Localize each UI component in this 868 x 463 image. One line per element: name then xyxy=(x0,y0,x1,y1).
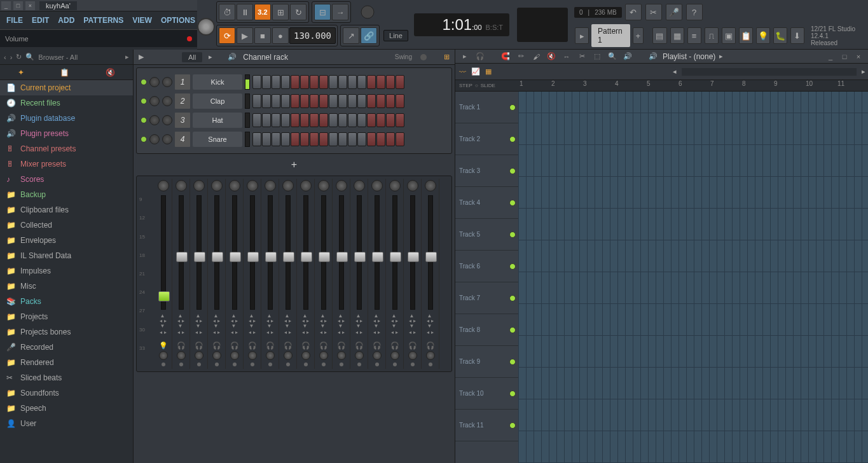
pl-minimize-icon[interactable]: _ xyxy=(825,51,836,62)
solo-icon[interactable]: 🎧 xyxy=(248,342,257,350)
mixer-fader[interactable] xyxy=(375,195,380,310)
link-icon[interactable]: 🔗 xyxy=(361,27,377,44)
minimize-btn[interactable]: _ xyxy=(1,1,11,10)
snap-selector[interactable]: Line xyxy=(383,30,408,41)
step-button[interactable] xyxy=(348,94,357,108)
sidebar-item-clipboard-files[interactable]: 📁Clipboard files xyxy=(0,202,133,218)
step-button[interactable] xyxy=(272,94,280,108)
track-mute[interactable] xyxy=(509,168,516,174)
mixer-fader[interactable] xyxy=(161,195,166,310)
track-header[interactable]: Track 2 xyxy=(455,123,518,155)
mixer-strip[interactable]: ▲◂ ▸▼◂ ▸🎧 xyxy=(261,179,279,369)
mixer-strip[interactable]: ▲◂ ▸▼◂ ▸💡 xyxy=(155,179,172,369)
plugin-icon[interactable]: 📋 xyxy=(739,27,753,44)
track-mute[interactable] xyxy=(509,359,516,365)
track-header[interactable]: Track 8 xyxy=(455,314,518,346)
sidebar-item-projects-bones[interactable]: 📁Projects bones xyxy=(0,324,133,340)
sidebar-item-misc[interactable]: 📁Misc xyxy=(0,279,133,294)
sidebar-item-recorded[interactable]: 🎤Recorded xyxy=(0,340,133,355)
channel-number[interactable]: 4 xyxy=(175,132,190,147)
step-button[interactable] xyxy=(319,75,328,89)
link-dot[interactable] xyxy=(233,363,237,366)
track-mute[interactable] xyxy=(509,104,516,111)
channel-name[interactable]: Hat xyxy=(193,113,242,128)
mixer-knob[interactable] xyxy=(371,180,383,191)
link-dot[interactable] xyxy=(162,363,165,366)
mute-icon[interactable]: 🔇 xyxy=(106,68,115,77)
tools-icon[interactable]: ✂ xyxy=(645,4,662,20)
send-knob[interactable] xyxy=(159,351,168,360)
mixer-fader[interactable] xyxy=(268,195,273,310)
track-header[interactable]: Track 11 xyxy=(455,410,518,441)
menu-patterns[interactable]: PATTERNS xyxy=(79,13,127,27)
master-volume[interactable] xyxy=(197,0,215,38)
scroll-right-icon[interactable]: ▸ xyxy=(862,67,865,76)
send-knob[interactable] xyxy=(195,351,203,360)
step-button[interactable] xyxy=(319,132,328,146)
brush-icon[interactable]: 🖌 xyxy=(530,51,542,62)
loop-icon[interactable]: ↻ xyxy=(290,4,307,20)
track-mute[interactable] xyxy=(509,422,516,429)
link-dot[interactable] xyxy=(429,363,432,366)
link-dot[interactable] xyxy=(251,363,254,366)
track-mute[interactable] xyxy=(509,136,516,142)
copy-icon[interactable]: 📋 xyxy=(60,68,69,77)
sidebar-item-impulses[interactable]: 📁Impulses xyxy=(0,263,133,279)
mixer-fader[interactable] xyxy=(410,195,415,310)
sidebar-item-plugin-database[interactable]: 🔊Plugin database xyxy=(0,111,133,126)
solo-icon[interactable]: 🎧 xyxy=(355,342,364,350)
select-icon[interactable]: ⬚ xyxy=(591,51,603,62)
mixer-fader[interactable] xyxy=(286,195,291,310)
channel-light[interactable] xyxy=(141,136,147,142)
mixer-knob[interactable] xyxy=(158,180,169,191)
link-dot[interactable] xyxy=(304,363,308,366)
send-knob[interactable] xyxy=(212,351,221,360)
sidebar-item-projects[interactable]: 📁Projects xyxy=(0,309,133,324)
playlist-ruler[interactable]: 1234567891011 xyxy=(518,80,868,92)
mixer-strip[interactable]: ▲◂ ▸▼◂ ▸🎧 xyxy=(208,179,226,369)
channel-rack-icon[interactable]: ≡ xyxy=(687,27,701,44)
link-dot[interactable] xyxy=(179,363,183,366)
mixer-fader[interactable] xyxy=(250,195,255,310)
step-button[interactable] xyxy=(291,94,300,108)
channel-number[interactable]: 2 xyxy=(175,93,190,109)
mixer-knob[interactable] xyxy=(193,180,205,191)
grid-icon[interactable]: ⊞ xyxy=(444,53,450,61)
sidebar-item-envelopes[interactable]: 📁Envelopes xyxy=(0,233,133,248)
mixer-knob[interactable] xyxy=(282,180,294,191)
send-knob[interactable] xyxy=(355,351,364,360)
stop-button[interactable]: ■ xyxy=(254,27,271,44)
mixer-knob[interactable] xyxy=(425,180,436,191)
link-dot[interactable] xyxy=(268,363,272,366)
wait-icon[interactable]: ⏸ xyxy=(237,4,253,20)
step-button[interactable] xyxy=(348,132,357,146)
link-dot[interactable] xyxy=(411,363,415,366)
menu-edit[interactable]: EDIT xyxy=(28,13,53,27)
prev-pattern-icon[interactable]: ▸ xyxy=(575,27,589,44)
menu-view[interactable]: VIEW xyxy=(128,13,156,27)
help-icon[interactable]: ? xyxy=(686,4,703,20)
overdub-icon[interactable]: ⊞ xyxy=(272,4,289,20)
sidebar-item-channel-presets[interactable]: 🎚Channel presets xyxy=(0,141,133,156)
send-knob[interactable] xyxy=(248,351,257,360)
piano-roll-icon[interactable]: ▦ xyxy=(670,27,684,44)
slice-icon[interactable]: ✂ xyxy=(576,51,588,62)
step-button[interactable] xyxy=(310,113,319,127)
download-icon[interactable]: ⬇ xyxy=(790,27,804,44)
tempo-display[interactable]: 130.000 xyxy=(289,27,336,44)
step-button[interactable] xyxy=(338,113,347,127)
magnet-icon[interactable]: 🧲 xyxy=(500,51,511,62)
solo-icon[interactable]: 🎧 xyxy=(390,342,399,350)
send-knob[interactable] xyxy=(426,351,435,360)
sidebar-item-mixer-presets[interactable]: 🎚Mixer presets xyxy=(0,156,133,172)
close-btn[interactable]: × xyxy=(25,1,35,10)
step-button[interactable] xyxy=(367,75,376,89)
track-mute[interactable] xyxy=(509,390,516,397)
headphone-icon[interactable]: 🎧 xyxy=(474,51,486,62)
track-header[interactable]: Track 7 xyxy=(455,282,518,314)
track-header[interactable]: Track 9 xyxy=(455,346,518,378)
step-button[interactable] xyxy=(396,75,404,89)
step-button[interactable] xyxy=(291,113,300,127)
automation-icon[interactable]: 📈 xyxy=(470,67,481,76)
step-button[interactable] xyxy=(396,113,404,127)
